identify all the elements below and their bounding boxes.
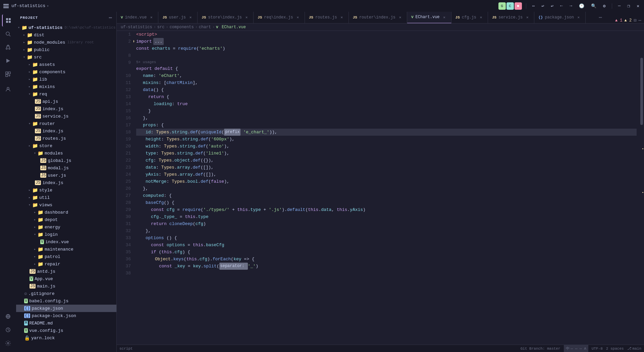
tree-item-store-index-js[interactable]: JS index.js xyxy=(16,179,116,186)
tree-item-modules[interactable]: ▾ 📁 modules xyxy=(16,149,116,157)
tree-item-main-js[interactable]: JS main.js xyxy=(16,282,116,290)
tree-item-package-lock[interactable]: {} package-lock.json xyxy=(16,312,116,319)
activity-accounts[interactable] xyxy=(2,83,14,95)
tree-item-req-index-js[interactable]: JS index.js xyxy=(16,105,116,113)
activity-timeline[interactable] xyxy=(2,324,14,336)
menu-icon[interactable] xyxy=(3,3,9,9)
tree-item-req-service-js[interactable]: JS service.js xyxy=(16,113,116,120)
tree-item-public[interactable]: ▸ 📁 public xyxy=(16,46,116,53)
activity-run[interactable] xyxy=(2,55,14,67)
tab-index-vue[interactable]: V index.vue ✕ xyxy=(117,12,158,23)
search-btn[interactable]: 🔍 xyxy=(589,3,598,9)
tree-item-user-js[interactable]: JS user.js xyxy=(16,172,116,179)
tree-item-dashboard[interactable]: ▸ 📁 dashboard xyxy=(16,209,116,216)
tree-item-views[interactable]: ▾ 📁 views xyxy=(16,201,116,209)
tree-item-dist[interactable]: ▸ 📁 dist xyxy=(16,31,116,39)
tree-item-login[interactable]: ▾ 📁 login xyxy=(16,231,116,238)
tree-item-req[interactable]: ▾ 📁 req xyxy=(16,90,116,98)
tree-item-mixins[interactable]: ▸ 📁 mixins xyxy=(16,83,116,90)
tree-item-store[interactable]: ▸ 📁 store xyxy=(16,142,116,149)
tab-close-btn[interactable]: ✕ xyxy=(576,15,581,20)
close-btn[interactable]: ✕ xyxy=(635,3,641,9)
tree-item-style[interactable]: ▸ 📁 style xyxy=(16,186,116,194)
tab-user-js[interactable]: JS user.js ✕ xyxy=(158,12,198,23)
tree-item-modal-js[interactable]: JS modal.js xyxy=(16,164,116,172)
status-encoding[interactable]: UTF-8 xyxy=(592,347,603,351)
activity-source-control[interactable] xyxy=(2,41,14,53)
tab-cfg-js[interactable]: JS cfg.js ✕ xyxy=(451,12,488,23)
activity-remote[interactable] xyxy=(2,310,14,322)
tabs-more-btn[interactable]: ⋯ xyxy=(596,12,605,23)
tab-close-btn[interactable]: ✕ xyxy=(188,15,193,20)
tree-item-assets[interactable]: ▸ 📁 assets xyxy=(16,61,116,68)
tree-item-router-routes-js[interactable]: JS routes.js xyxy=(16,135,116,142)
tree-item-vue-config[interactable]: V vue.config.js xyxy=(16,327,116,334)
tree-item-login-index-vue[interactable]: V index.vue xyxy=(16,238,116,246)
tab-close-btn[interactable]: ✕ xyxy=(478,15,484,20)
breadcrumb-chart[interactable]: chart xyxy=(199,25,211,30)
redo-btn[interactable]: ↩ xyxy=(549,3,555,9)
tree-item-app-vue[interactable]: V App.vue xyxy=(16,275,116,282)
tree-item-uf-statistics[interactable]: ▾ 📁 uf-statistics D:\swk\pc\uf-statistic… xyxy=(16,24,116,31)
ext-icon-green[interactable]: G xyxy=(498,2,506,10)
tree-item-global-js[interactable]: JS global.js xyxy=(16,157,116,164)
tree-item-components[interactable]: ▸ 📁 components xyxy=(16,68,116,76)
activity-explorer[interactable] xyxy=(2,14,14,27)
tree-item-router[interactable]: ▾ 📁 router xyxy=(16,120,116,127)
tab-close-btn[interactable]: ✕ xyxy=(525,15,530,20)
status-main-branch[interactable]: ⎇ main xyxy=(627,346,641,351)
nav-back-btn[interactable]: ← xyxy=(558,3,565,9)
tree-item-package-json[interactable]: {} package.json xyxy=(16,305,116,312)
tree-item-lib[interactable]: ▸ 📁 lib xyxy=(16,76,116,83)
split-editor-btn[interactable]: ⊟ xyxy=(634,17,636,23)
tree-item-maintenance[interactable]: ▸ 📁 maintenance xyxy=(16,246,116,253)
tree-item-node-modules[interactable]: ▸ 📁 node_modules library root xyxy=(16,39,116,46)
history-btn[interactable]: 🕐 xyxy=(577,3,586,9)
tree-item-patrol[interactable]: ▸ 📁 patrol xyxy=(16,253,116,260)
sidebar-dots[interactable]: ⋯ xyxy=(109,14,112,21)
tree-item-api-js[interactable]: JS api.js xyxy=(16,98,116,105)
undo-btn[interactable]: ↩ xyxy=(539,3,546,9)
tree-item-antd-js[interactable]: JS antd.js xyxy=(16,268,116,275)
tree-item-babel-config[interactable]: V babel.config.js xyxy=(16,297,116,305)
breadcrumb-echart-vue[interactable]: V EChart.vue xyxy=(216,25,246,30)
editor-scrollbar[interactable] xyxy=(639,31,644,345)
tree-item-router-index-js[interactable]: JS index.js xyxy=(16,127,116,135)
code-content[interactable]: <script> import ... const echarts = requ… xyxy=(133,31,639,345)
status-breadcrumb-src[interactable]: script xyxy=(119,347,133,351)
ext-icon-teal[interactable]: C xyxy=(506,2,514,10)
breadcrumb-components[interactable]: components xyxy=(170,25,194,30)
tab-req-index[interactable]: JS req\index.js ✕ xyxy=(254,12,305,23)
status-git-branch[interactable]: Git Branch: master xyxy=(521,347,560,351)
tab-router-index[interactable]: JS router\index.js ✕ xyxy=(349,12,407,23)
breadcrumb-src[interactable]: src xyxy=(157,25,165,30)
breadcrumb-uf-statistics[interactable]: uf-statistics xyxy=(121,25,152,30)
activity-extensions[interactable] xyxy=(2,68,14,80)
ext-icon-red[interactable]: ■ xyxy=(515,2,522,10)
restore-btn[interactable]: ❐ xyxy=(625,3,632,9)
tree-item-util[interactable]: ▸ 📁 util xyxy=(16,194,116,201)
tree-item-src[interactable]: ▾ 📁 src xyxy=(16,53,116,61)
tree-item-yarn-lock[interactable]: 🔒 yarn.lock xyxy=(16,334,116,342)
tab-close-btn[interactable]: ✕ xyxy=(397,15,403,20)
tab-close-btn[interactable]: ✕ xyxy=(149,15,154,20)
input-method-box[interactable]: 中 ↔ ↔ ↔ A xyxy=(564,345,588,352)
tree-item-energy[interactable]: ▸ 📁 energy xyxy=(16,223,116,231)
more-editor-btn[interactable]: ⋯ xyxy=(639,17,641,23)
tree-item-repair[interactable]: ▸ 📁 repair xyxy=(16,260,116,268)
tab-package-json[interactable]: {} package.json ✕ xyxy=(534,12,586,23)
activity-settings[interactable] xyxy=(2,337,14,349)
tab-service-js[interactable]: JS service.js ✕ xyxy=(488,12,534,23)
settings-gear-btn[interactable]: ⚙ xyxy=(601,3,608,9)
minimize-btn[interactable]: — xyxy=(616,3,623,9)
tab-store-index[interactable]: JS store\index.js ✕ xyxy=(198,12,254,23)
tree-item-depot[interactable]: ▸ 📁 depot xyxy=(16,216,116,223)
tab-close-btn[interactable]: ✕ xyxy=(244,15,249,20)
tree-item-gitignore[interactable]: ⊙ .gitignore xyxy=(16,290,116,297)
tab-routes-js[interactable]: JS routes.js ✕ xyxy=(305,12,349,23)
nav-forward-btn[interactable]: → xyxy=(568,3,574,9)
tab-echart-vue[interactable]: V EChart.vue ✕ xyxy=(407,12,451,23)
activity-search[interactable] xyxy=(2,28,14,40)
tree-item-readme[interactable]: M README.md xyxy=(16,319,116,327)
tab-close-btn[interactable]: ✕ xyxy=(442,14,447,20)
